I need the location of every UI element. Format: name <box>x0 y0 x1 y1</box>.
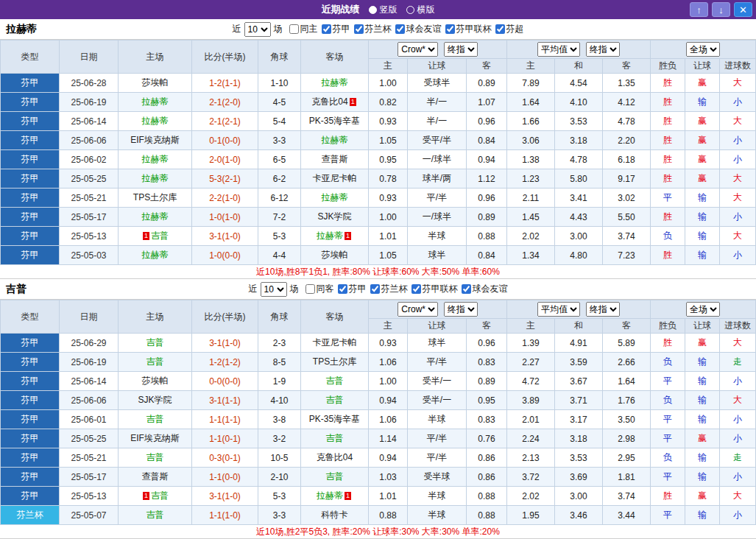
date-cell: 25-05-13 <box>60 227 119 246</box>
league-filter-checkbox[interactable] <box>462 284 471 294</box>
matches-label: 场 <box>290 283 299 295</box>
home-team-cell: 拉赫蒂 <box>119 208 192 227</box>
avg-home-odds-cell: 2.27 <box>507 353 555 372</box>
league-filter[interactable]: 芬甲 <box>322 23 350 35</box>
team-name-text: 吉普 <box>146 510 164 520</box>
league-cell: 芬甲 <box>1 334 60 353</box>
avg-home-odds-cell: 1.34 <box>507 246 555 265</box>
match-row: 芬兰杯25-05-07吉普1-1(1-0)3-3科特卡0.88半球0.881.9… <box>1 506 756 525</box>
away-team-cell: SJK学院 <box>301 208 369 227</box>
move-up-button[interactable]: ↑ <box>690 2 708 17</box>
league-filter[interactable]: 芬甲 <box>338 283 367 295</box>
team-name-text: 莎埃帕 <box>142 77 169 88</box>
league-filter[interactable]: 球会友谊 <box>462 283 508 295</box>
move-down-button[interactable]: ↓ <box>712 2 730 17</box>
bookmaker-select[interactable]: Crow* <box>398 302 438 317</box>
layout-radio-vertical[interactable]: 竖版 <box>369 4 398 16</box>
team-name-text: 吉普 <box>326 376 344 386</box>
league-filter-checkbox[interactable] <box>370 284 380 294</box>
score-cell: 2-2(1-0) <box>192 189 258 208</box>
league-filter[interactable]: 芬甲联杯 <box>411 283 458 295</box>
league-filter-checkbox[interactable] <box>445 24 455 34</box>
league-filter-checkbox[interactable] <box>411 284 421 294</box>
corner-cell: 10-5 <box>258 448 301 468</box>
corner-cell: 2-10 <box>258 468 301 487</box>
avg-away-odds-cell: 1.64 <box>603 372 651 391</box>
avg-draw-odds-cell: 3.17 <box>555 410 603 429</box>
away-odds-cell: 1.12 <box>467 169 507 189</box>
team-name-text: 吉普 <box>151 490 169 501</box>
league-filter-checkbox[interactable] <box>305 284 315 294</box>
home-odds-cell: 1.05 <box>369 131 408 150</box>
goals-result-cell: 大 <box>720 74 756 93</box>
handicap-result-cell: 输 <box>685 227 720 246</box>
col-header-type: 类型 <box>1 40 60 74</box>
league-filter[interactable]: 芬兰杯 <box>370 283 408 295</box>
rounds-select[interactable]: 10 <box>244 22 271 37</box>
team-name-text: 吉普 <box>146 452 164 462</box>
sub-header-avg-draw: 和 <box>555 319 603 334</box>
avg-stage-select[interactable]: 终指 <box>586 302 620 317</box>
match-row: 芬甲25-05-03拉赫蒂1-0(0-0)4-4莎埃帕1.05球半0.841.3… <box>1 246 756 265</box>
layout-radio-horizontal[interactable]: 横版 <box>406 4 435 16</box>
league-filter[interactable]: 同主 <box>289 23 318 35</box>
home-team-cell: 莎埃帕 <box>119 74 192 93</box>
avg-draw-odds-cell: 3.00 <box>555 227 603 246</box>
home-odds-cell: 0.82 <box>369 93 408 112</box>
scope-select[interactable]: 全场 <box>686 42 720 57</box>
date-cell: 25-05-25 <box>60 429 119 448</box>
league-filter-checkbox[interactable] <box>322 24 331 34</box>
vertical-layout-label: 竖版 <box>380 4 398 16</box>
avg-away-odds-cell: 1.81 <box>603 468 651 487</box>
recent-results-panel: 近期战绩 竖版 横版 ↑ ↓ ✕ 拉赫蒂 近 10 场 同主芬甲芬兰杯球会友谊芬… <box>0 0 756 539</box>
home-team-cell: 1吉普 <box>119 487 192 506</box>
corner-cell: 5-3 <box>258 487 301 506</box>
away-team-cell: 拉赫蒂1 <box>301 487 369 506</box>
goals-result-cell: 大 <box>720 227 756 246</box>
bookmaker-select[interactable]: Crow* <box>398 42 438 57</box>
avg-stage-select[interactable]: 终指 <box>586 42 620 57</box>
rounds-select[interactable]: 10 <box>261 282 287 297</box>
odds-stage-select[interactable]: 终指 <box>444 42 478 57</box>
league-filter-checkbox[interactable] <box>338 284 347 294</box>
filter-bar: 近 10 场 同客芬甲芬兰杯芬甲联杯球会友谊 <box>0 282 756 297</box>
team-name-text: 卡亚尼卡帕 <box>313 173 357 183</box>
league-cell: 芬兰杯 <box>1 506 60 525</box>
team-name-text: 莎埃帕 <box>142 376 169 386</box>
league-filter[interactable]: 芬兰杯 <box>354 23 392 35</box>
league-filter[interactable]: 同客 <box>305 283 334 295</box>
sub-header-handicap: 让球 <box>408 319 467 334</box>
league-filter[interactable]: 球会友谊 <box>395 23 442 35</box>
date-cell: 25-06-19 <box>60 93 119 112</box>
col-header-type: 类型 <box>1 300 60 334</box>
league-filter-checkbox[interactable] <box>289 24 299 34</box>
avg-away-odds-cell: 2.98 <box>603 429 651 448</box>
league-filter-checkbox[interactable] <box>354 24 364 34</box>
corner-cell: 3-3 <box>258 506 301 525</box>
close-button[interactable]: ✕ <box>734 2 752 17</box>
league-filter[interactable]: 芬甲联杯 <box>445 23 492 35</box>
league-filter-checkbox[interactable] <box>395 24 405 34</box>
section-header: 拉赫蒂 近 10 场 同主芬甲芬兰杯球会友谊芬甲联杯芬超 <box>0 19 756 40</box>
avg-home-odds-cell: 2.01 <box>507 410 555 429</box>
header-row-top: 类型 日期 主场 比分(半场) 角球 客场 Crow* 终指 平均值 终指 <box>1 40 756 59</box>
average-select[interactable]: 平均值 <box>537 302 580 317</box>
handicap-result-cell: 赢 <box>685 169 720 189</box>
result-cell: 胜 <box>651 208 685 227</box>
league-cell: 芬甲 <box>1 150 60 169</box>
sub-header-avg-away: 客 <box>603 319 651 334</box>
results-table: 类型 日期 主场 比分(半场) 角球 客场 Crow* 终指 平均值 终指 <box>0 40 756 265</box>
avg-home-odds-cell: 1.38 <box>507 150 555 169</box>
match-row: 芬甲25-05-25拉赫蒂5-3(2-1)6-2卡亚尼卡帕0.78球半/两1.1… <box>1 169 756 189</box>
team-name-text: 查普斯 <box>322 154 348 164</box>
handicap-cell: 受半/一 <box>408 391 467 410</box>
home-team-cell: 吉普 <box>119 506 192 525</box>
scope-select[interactable]: 全场 <box>686 302 720 317</box>
avg-draw-odds-cell: 4.91 <box>555 334 603 353</box>
away-team-cell: 拉赫蒂 <box>301 189 369 208</box>
odds-stage-select[interactable]: 终指 <box>444 302 478 317</box>
average-select[interactable]: 平均值 <box>537 42 580 57</box>
league-filter[interactable]: 芬超 <box>495 23 524 35</box>
league-filter-checkbox[interactable] <box>495 24 505 34</box>
avg-draw-odds-cell: 4.10 <box>555 93 603 112</box>
